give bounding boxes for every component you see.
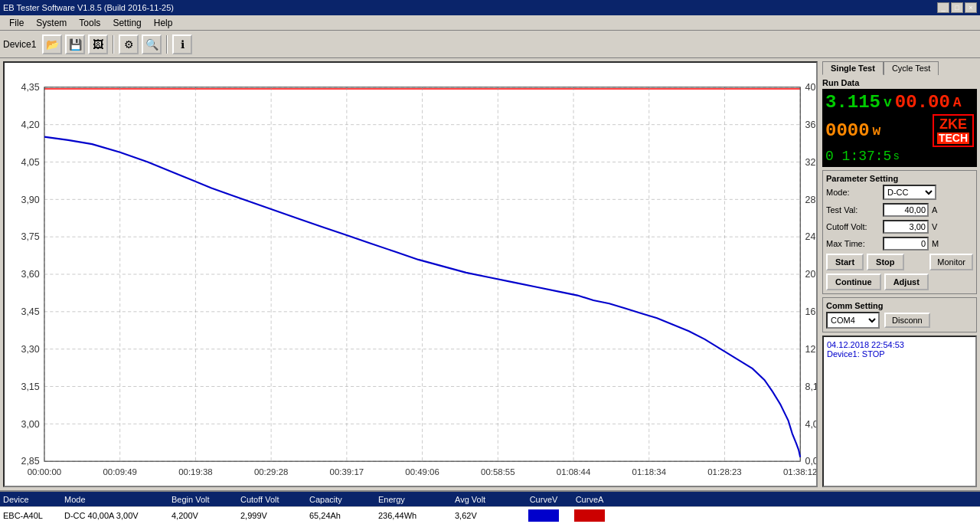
- log-area: 04.12.2018 22:54:53 Device1: STOP: [822, 336, 977, 487]
- disconn-button[interactable]: Disconn: [884, 313, 930, 328]
- tabs: Single Test Cycle Test: [822, 61, 977, 75]
- svg-text:20,25: 20,25: [805, 269, 816, 280]
- tab-single-test[interactable]: Single Test: [822, 61, 884, 75]
- header-begin: Begin Volt: [168, 495, 237, 504]
- svg-text:12,15: 12,15: [805, 344, 816, 355]
- maxtime-input[interactable]: 0: [883, 237, 929, 251]
- svg-text:3,00: 3,00: [21, 418, 39, 429]
- current-unit: A: [953, 95, 962, 110]
- menu-tools[interactable]: Tools: [73, 15, 106, 30]
- cutoffvolt-row: Cutoff Volt: 3,00 V: [826, 220, 973, 234]
- run-data-section: Run Data 3.115 v 00.00 A 0000 w ZKE TECH: [822, 78, 977, 167]
- testval-input[interactable]: 40,00: [883, 203, 929, 217]
- svg-text:40,50: 40,50: [805, 82, 816, 93]
- run-data-box: 3.115 v 00.00 A 0000 w ZKE TECH 0 1:37:5…: [822, 89, 977, 167]
- port-select[interactable]: COM4 COM1 COM2 COM3 COM5: [826, 312, 880, 329]
- chart-svg: 4,35 4,20 4,05 3,90 3,75 3,60 3,45 3,30 …: [5, 63, 816, 486]
- tab-cycle-test[interactable]: Cycle Test: [884, 61, 939, 75]
- zke-text: ZKE: [939, 117, 967, 133]
- svg-text:36,45: 36,45: [805, 120, 816, 130]
- svg-text:00:09:49: 00:09:49: [103, 467, 136, 477]
- settings-btn[interactable]: ⚙: [119, 34, 139, 54]
- status-bar: Device Mode Begin Volt Cutoff Volt Capac…: [0, 490, 980, 524]
- svg-text:28,35: 28,35: [805, 194, 816, 205]
- device-label: Device1: [3, 39, 36, 50]
- minimize-btn[interactable]: _: [937, 2, 949, 13]
- voltage-display: 3.115: [825, 92, 880, 113]
- row-device: EBC-A40L: [0, 511, 61, 520]
- mode-row: Mode: D-CC D-CV D-CP D-CR: [826, 185, 973, 200]
- maxtime-row: Max Time: 0 M: [826, 237, 973, 251]
- menu-file[interactable]: File: [3, 15, 30, 30]
- maxtime-label: Max Time:: [826, 239, 880, 248]
- stop-button[interactable]: Stop: [867, 254, 903, 270]
- comm-section-title: Comm Setting: [826, 301, 973, 310]
- run-data-title: Run Data: [822, 78, 977, 87]
- continue-adjust-row: Continue Adjust: [826, 273, 973, 290]
- open-btn[interactable]: 📂: [42, 34, 62, 54]
- svg-text:2,85: 2,85: [21, 456, 39, 467]
- header-capacity: Capacity: [306, 495, 375, 504]
- row-curvea: [567, 509, 612, 522]
- power-display: 0000: [825, 120, 870, 141]
- svg-text:01:08:44: 01:08:44: [557, 467, 591, 477]
- app-title: EB Tester Software V1.8.5 (Build 2016-11…: [3, 3, 174, 12]
- param-section-title: Parameter Setting: [826, 174, 973, 183]
- close-btn[interactable]: ×: [965, 2, 977, 13]
- row-begin: 4,200V: [168, 511, 237, 520]
- svg-text:3,90: 3,90: [21, 194, 39, 205]
- param-section: Parameter Setting Mode: D-CC D-CV D-CP D…: [822, 170, 977, 294]
- zke-logo: ZKE TECH: [933, 114, 974, 147]
- svg-text:4,20: 4,20: [21, 120, 39, 130]
- time-row: 0 1:37:5 s: [825, 149, 974, 164]
- time-unit: s: [893, 150, 899, 162]
- power-unit: w: [873, 123, 881, 139]
- toolbar-separator2: [166, 35, 168, 54]
- zoom-btn[interactable]: 🔍: [142, 34, 162, 54]
- cutoffvolt-unit: V: [932, 222, 937, 231]
- toolbar: Device1 📂 💾 🖼 ⚙ 🔍 ℹ: [0, 31, 980, 58]
- svg-rect-0: [5, 63, 816, 486]
- header-energy: Energy: [375, 495, 452, 504]
- info-btn[interactable]: ℹ: [172, 34, 192, 54]
- testval-unit: A: [932, 205, 937, 215]
- svg-text:01:28:23: 01:28:23: [707, 467, 741, 477]
- cutoffvolt-label: Cutoff Volt:: [826, 222, 880, 231]
- svg-text:4,35: 4,35: [21, 82, 39, 93]
- adjust-button[interactable]: Adjust: [884, 273, 929, 290]
- maximize-btn[interactable]: □: [951, 2, 963, 13]
- voltage-current-row: 3.115 v 00.00 A: [825, 92, 974, 113]
- mode-select[interactable]: D-CC D-CV D-CP D-CR: [883, 185, 936, 200]
- row-avg: 3,62V: [452, 511, 521, 520]
- window-controls: _ □ ×: [937, 2, 977, 13]
- svg-text:01:18:34: 01:18:34: [632, 467, 667, 477]
- control-buttons-row: Start Stop Monitor: [826, 254, 973, 270]
- main-container: [V] [A] EB Tester Software ZKETECH: [0, 58, 980, 490]
- menu-setting[interactable]: Setting: [106, 15, 147, 30]
- svg-text:00:58:55: 00:58:55: [481, 467, 514, 477]
- header-mode: Mode: [61, 495, 168, 504]
- header-curvea: CurveA: [567, 495, 612, 504]
- svg-text:00:49:06: 00:49:06: [405, 467, 439, 477]
- svg-text:4,05: 4,05: [21, 157, 39, 168]
- continue-button[interactable]: Continue: [826, 273, 881, 290]
- svg-text:00:39:17: 00:39:17: [330, 467, 364, 477]
- curve-v-swatch: [528, 509, 559, 522]
- start-button[interactable]: Start: [826, 254, 864, 270]
- title-bar: EB Tester Software V1.8.5 (Build 2016-11…: [0, 0, 980, 15]
- menu-bar: File System Tools Setting Help: [0, 15, 980, 31]
- save-btn[interactable]: 💾: [65, 34, 85, 54]
- image-btn[interactable]: 🖼: [88, 34, 108, 54]
- row-curvev: [521, 509, 567, 522]
- svg-text:3,75: 3,75: [21, 231, 39, 242]
- svg-text:4,05: 4,05: [805, 418, 816, 429]
- log-line-2: Device1: STOP: [827, 349, 972, 359]
- cutoffvolt-input[interactable]: 3,00: [883, 220, 929, 234]
- monitor-button[interactable]: Monitor: [929, 254, 973, 270]
- curve-a-swatch: [574, 509, 605, 522]
- current-display: 00.00: [895, 92, 950, 113]
- maxtime-unit: M: [932, 239, 939, 248]
- menu-system[interactable]: System: [30, 15, 73, 30]
- menu-help[interactable]: Help: [148, 15, 179, 30]
- table-row: EBC-A40L D-CC 40,00A 3,00V 4,200V 2,999V…: [0, 506, 980, 524]
